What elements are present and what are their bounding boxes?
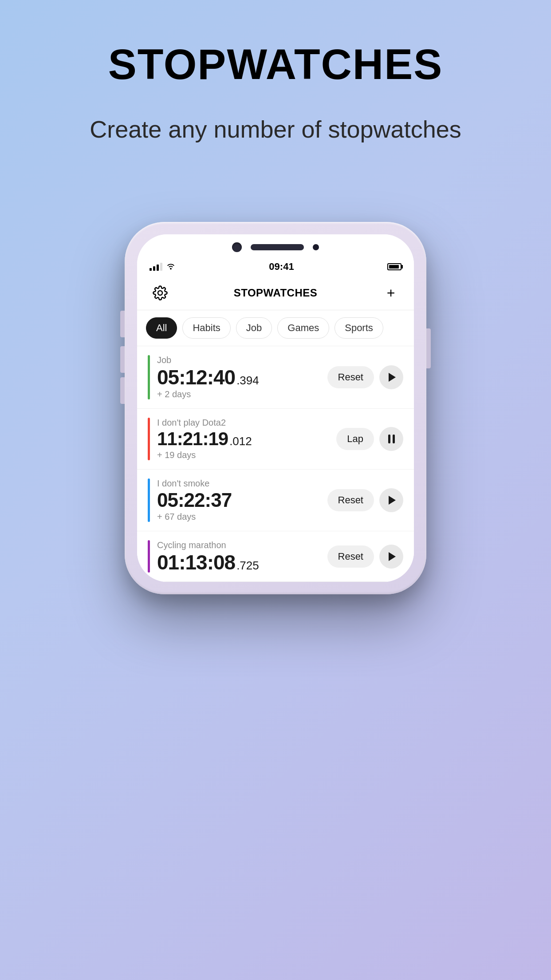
page-title: STOPWATCHES	[108, 40, 443, 89]
proximity-sensor	[313, 244, 319, 250]
sw-days: + 19 days	[157, 450, 329, 460]
lap-button[interactable]: Lap	[336, 428, 374, 450]
sw-time-main: 01:13:08	[157, 552, 235, 573]
stopwatch-item: I don't smoke 05:22:37 + 67 days Reset	[137, 470, 414, 531]
sw-color-indicator	[148, 418, 150, 460]
status-left	[150, 262, 176, 272]
sw-time-row: 05:22:37	[157, 490, 320, 510]
play-icon	[389, 373, 396, 382]
phone-inner: 09:41 STOPWATCHES +	[137, 234, 414, 582]
pause-button[interactable]	[379, 427, 403, 451]
signal-icon	[150, 263, 162, 271]
status-bar: 09:41	[137, 261, 414, 276]
svg-point-0	[158, 291, 162, 295]
front-camera	[232, 242, 242, 252]
wifi-icon	[166, 262, 176, 272]
play-button[interactable]	[379, 545, 403, 569]
reset-button[interactable]: Reset	[327, 366, 374, 388]
sw-time-row: 11:21:19 .012	[157, 430, 329, 448]
sw-time-main: 11:21:19	[157, 430, 228, 448]
sw-time-main: 05:12:40	[157, 367, 235, 387]
play-icon	[389, 552, 396, 561]
sw-days: + 67 days	[157, 512, 320, 522]
sw-name: I don't smoke	[157, 478, 320, 489]
stopwatch-item: Cycling marathon 01:13:08 .725 Reset	[137, 531, 414, 582]
sw-info: Cycling marathon 01:13:08 .725	[157, 540, 320, 573]
reset-button[interactable]: Reset	[327, 489, 374, 511]
phone-mockup: 09:41 STOPWATCHES +	[125, 222, 426, 594]
stopwatch-list: Job 05:12:40 .394 + 2 days Reset	[137, 346, 414, 582]
battery-fill	[389, 265, 399, 269]
sw-name: Job	[157, 355, 320, 365]
sw-days: + 2 days	[157, 389, 320, 399]
play-button[interactable]	[379, 488, 403, 512]
tab-habits[interactable]: Habits	[182, 317, 230, 339]
stopwatch-item: Job 05:12:40 .394 + 2 days Reset	[137, 346, 414, 409]
tab-sports[interactable]: Sports	[335, 317, 383, 339]
status-time: 09:41	[269, 261, 294, 273]
sw-time-row: 05:12:40 .394	[157, 367, 320, 387]
phone-top-bar	[137, 234, 414, 261]
sw-time-ms: .394	[236, 374, 259, 387]
stopwatch-item: I don't play Dota2 11:21:19 .012 + 19 da…	[137, 409, 414, 470]
tab-all[interactable]: All	[146, 317, 177, 339]
reset-button[interactable]: Reset	[327, 545, 374, 568]
page-subtitle: Create any number of stopwatches	[90, 115, 461, 143]
sw-controls: Reset	[327, 365, 403, 389]
settings-button[interactable]	[150, 282, 171, 304]
sw-color-indicator	[148, 355, 150, 399]
plus-icon: +	[387, 286, 395, 300]
add-stopwatch-button[interactable]: +	[380, 282, 401, 304]
sw-controls: Reset	[327, 488, 403, 512]
sw-info: I don't play Dota2 11:21:19 .012 + 19 da…	[157, 418, 329, 460]
phone-camera-row	[232, 242, 319, 252]
sw-info: Job 05:12:40 .394 + 2 days	[157, 355, 320, 399]
sw-name: Cycling marathon	[157, 540, 320, 550]
sw-info: I don't smoke 05:22:37 + 67 days	[157, 478, 320, 522]
sw-time-main: 05:22:37	[157, 490, 232, 510]
pause-bar-1	[388, 435, 390, 443]
pause-bar-2	[393, 435, 395, 443]
sw-name: I don't play Dota2	[157, 418, 329, 428]
phone-outer: 09:41 STOPWATCHES +	[125, 222, 426, 594]
filter-tabs: All Habits Job Games Sports	[137, 310, 414, 346]
speaker	[251, 244, 304, 250]
sw-time-ms: .725	[236, 559, 259, 573]
sw-controls: Reset	[327, 545, 403, 569]
sw-controls: Lap	[336, 427, 403, 451]
battery-icon	[387, 263, 401, 270]
status-right	[387, 263, 401, 270]
app-header: STOPWATCHES +	[137, 276, 414, 310]
sw-time-row: 01:13:08 .725	[157, 552, 320, 573]
tab-games[interactable]: Games	[277, 317, 329, 339]
tab-job[interactable]: Job	[236, 317, 272, 339]
play-icon	[389, 496, 396, 505]
pause-icon	[388, 435, 395, 443]
play-button[interactable]	[379, 365, 403, 389]
sw-color-indicator	[148, 478, 150, 522]
sw-time-ms: .012	[229, 435, 252, 448]
sw-color-indicator	[148, 540, 150, 573]
app-header-title: STOPWATCHES	[234, 287, 318, 299]
